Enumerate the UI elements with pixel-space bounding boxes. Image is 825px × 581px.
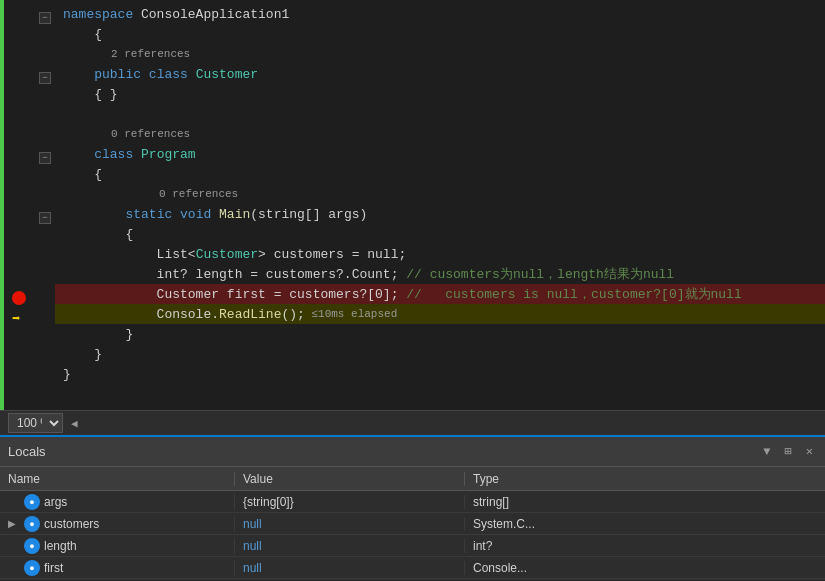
gutter-row-10 [8, 188, 55, 208]
code-editor[interactable]: − − − − [0, 0, 825, 410]
locals-pin-btn[interactable]: ▼ [759, 443, 774, 461]
var-icon-args: ● [24, 494, 40, 510]
code-line-18: } [55, 344, 825, 364]
locals-type-args: string[] [465, 495, 825, 509]
col-header-type: Type [465, 472, 825, 486]
locals-dock-btn[interactable]: ⊞ [781, 442, 796, 461]
locals-panel-title: Locals [8, 444, 46, 459]
collapse-btn-11[interactable]: − [39, 212, 51, 224]
locals-row-first[interactable]: ● first null Console... [0, 557, 825, 579]
code-line-5: { } [55, 84, 825, 104]
code-lines: namespace ConsoleApplication1 { 2 refere… [55, 0, 825, 410]
gutter-row-5 [8, 88, 55, 108]
green-indicator-bar [0, 0, 4, 410]
gutter-row-14 [8, 268, 55, 288]
first-name-label: first [44, 561, 63, 575]
locals-name-length: ● length [0, 538, 235, 554]
code-line-13: List<Customer> customers = null; [55, 244, 825, 264]
gutter-row-8: − [8, 148, 55, 168]
namespace-name: ConsoleApplication1 [141, 7, 289, 22]
locals-name-customers: ▶ ● customers [0, 516, 235, 532]
gutter-row-18 [8, 348, 55, 368]
code-line-7-ref: 0 references [55, 124, 825, 144]
locals-value-length: null [235, 539, 465, 553]
expand-arrow-customers[interactable]: ▶ [8, 518, 20, 530]
collapse-btn-8[interactable]: − [39, 152, 51, 164]
code-line-2: { [55, 24, 825, 44]
gutter-row-3 [8, 48, 55, 68]
var-icon-length: ● [24, 538, 40, 554]
code-line-12: { [55, 224, 825, 244]
locals-table-header: Name Value Type [0, 467, 825, 491]
gutter-row-12 [8, 228, 55, 248]
locals-value-customers: null [235, 517, 465, 531]
gutter-row-9 [8, 168, 55, 188]
gutter-row-11: − [8, 208, 55, 228]
code-line-3-ref: 2 references [55, 44, 825, 64]
gutter-row-15 [8, 288, 55, 308]
locals-panel-controls: ▼ ⊞ ✕ [759, 442, 817, 461]
locals-type-first: Console... [465, 561, 825, 575]
scroll-indicator: ◀ [71, 417, 78, 430]
locals-name-first: ● first [0, 560, 235, 576]
locals-row-args[interactable]: ● args {string[0]} string[] [0, 491, 825, 513]
args-name-label: args [44, 495, 67, 509]
line-indicators: − − − − [0, 0, 55, 388]
gutter-row-1: − [8, 8, 55, 28]
gutter-row-17 [8, 328, 55, 348]
code-line-16: Console.ReadLine(); ≤10ms elapsed [55, 304, 825, 324]
gutter-row-13 [8, 248, 55, 268]
code-line-11: static void Main(string[] args) [55, 204, 825, 224]
code-line-1: namespace ConsoleApplication1 [55, 4, 825, 24]
code-line-17: } [55, 324, 825, 344]
code-line-14: int? length = customers?.Count; // cusom… [55, 264, 825, 284]
code-line-15: Customer first = customers?[0]; // custo… [55, 284, 825, 304]
code-line-6 [55, 104, 825, 124]
gutter-row-7 [8, 128, 55, 148]
editor-gutter: − − − − [0, 0, 55, 410]
gutter-row-2 [8, 28, 55, 48]
code-line-8: class Program [55, 144, 825, 164]
gutter-row-6 [8, 108, 55, 128]
code-line-10-ref: 0 references [55, 184, 825, 204]
locals-value-args: {string[0]} [235, 495, 465, 509]
collapse-btn-1[interactable]: − [39, 12, 51, 24]
var-icon-first: ● [24, 560, 40, 576]
var-icon-customers: ● [24, 516, 40, 532]
locals-value-first: null [235, 561, 465, 575]
code-line-4: public class Customer [55, 64, 825, 84]
gutter-row-19 [8, 368, 55, 388]
locals-close-btn[interactable]: ✕ [802, 442, 817, 461]
zoom-select[interactable]: 100 % 75 % 125 % 150 % [8, 413, 63, 433]
locals-name-args: ● args [0, 494, 235, 510]
breakpoint-indicator[interactable] [12, 291, 26, 305]
locals-panel: Locals ▼ ⊞ ✕ Name Value Type ● args {str… [0, 435, 825, 581]
locals-type-length: int? [465, 539, 825, 553]
locals-row-length[interactable]: ● length null int? [0, 535, 825, 557]
collapse-btn-4[interactable]: − [39, 72, 51, 84]
length-name-label: length [44, 539, 77, 553]
col-header-name: Name [0, 472, 235, 486]
locals-panel-header: Locals ▼ ⊞ ✕ [0, 437, 825, 467]
col-header-value: Value [235, 472, 465, 486]
zoom-bar: 100 % 75 % 125 % 150 % ◀ [0, 410, 825, 435]
code-line-9: { [55, 164, 825, 184]
code-line-19: } [55, 364, 825, 384]
locals-type-customers: System.C... [465, 517, 825, 531]
locals-row-customers[interactable]: ▶ ● customers null System.C... [0, 513, 825, 535]
current-line-arrow: ➡ [12, 310, 20, 327]
keyword-namespace: namespace [63, 7, 141, 22]
gutter-row-16: ➡ [8, 308, 55, 328]
gutter-row-4: − [8, 68, 55, 88]
customers-name-label: customers [44, 517, 99, 531]
